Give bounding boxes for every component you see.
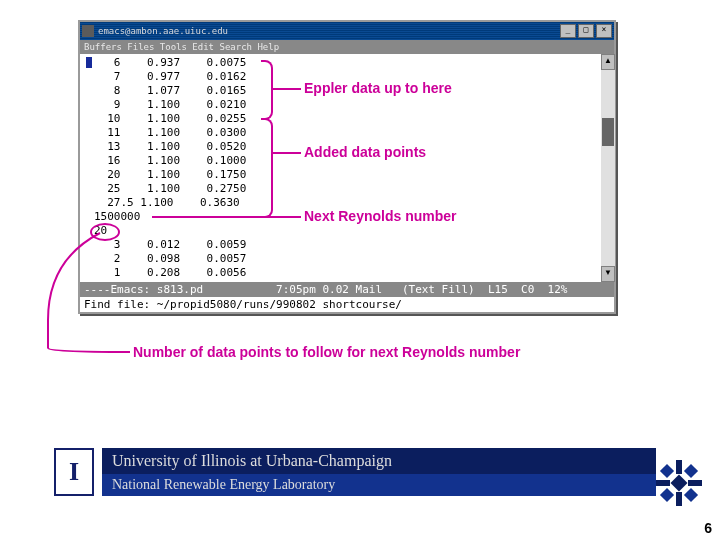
close-button[interactable]: × bbox=[596, 24, 612, 38]
annotation-count: Number of data points to follow for next… bbox=[133, 344, 520, 360]
annotation-added: Added data points bbox=[304, 144, 426, 160]
svg-rect-1 bbox=[676, 492, 682, 506]
minimize-button[interactable]: _ bbox=[560, 24, 576, 38]
emacs-minibuffer[interactable]: Find file: ~/propid5080/runs/990802 shor… bbox=[80, 297, 614, 312]
window-titlebar: emacs@ambon.aae.uiuc.edu _ □ × bbox=[80, 22, 614, 40]
nrel-icon bbox=[656, 460, 702, 506]
svg-rect-6 bbox=[660, 488, 674, 502]
leader-added bbox=[273, 152, 301, 154]
svg-rect-5 bbox=[684, 464, 698, 478]
leader-eppler bbox=[273, 88, 301, 90]
brace-eppler bbox=[261, 60, 273, 120]
sysmenu-icon[interactable] bbox=[82, 25, 94, 37]
leader-reynolds bbox=[152, 216, 301, 218]
svg-rect-8 bbox=[671, 475, 688, 492]
scroll-down-button[interactable]: ▼ bbox=[601, 266, 615, 282]
annotation-eppler: Eppler data up to here bbox=[304, 80, 452, 96]
emacs-modeline: ----Emacs: s813.pd 7:05pm 0.02 Mail (Tex… bbox=[80, 282, 614, 297]
window-title: emacs@ambon.aae.uiuc.edu bbox=[98, 26, 558, 36]
brace-added bbox=[261, 118, 273, 218]
svg-rect-7 bbox=[684, 488, 698, 502]
uiuc-logo: I bbox=[54, 448, 94, 496]
emacs-window: emacs@ambon.aae.uiuc.edu _ □ × Buffers F… bbox=[78, 20, 616, 314]
emacs-menubar[interactable]: Buffers Files Tools Edit Search Help bbox=[80, 40, 614, 54]
footer-uiuc: University of Illinois at Urbana-Champai… bbox=[102, 448, 656, 474]
svg-rect-0 bbox=[676, 460, 682, 474]
scroll-up-button[interactable]: ▲ bbox=[601, 54, 615, 70]
annotation-reynolds: Next Reynolds number bbox=[304, 208, 456, 224]
scroll-track[interactable] bbox=[601, 70, 615, 266]
page-number: 6 bbox=[704, 520, 712, 536]
svg-rect-3 bbox=[688, 480, 702, 486]
svg-rect-2 bbox=[656, 480, 670, 486]
svg-rect-4 bbox=[660, 464, 674, 478]
editor-cursor bbox=[86, 57, 92, 68]
footer-nrel: National Renewable Energy Laboratory bbox=[102, 474, 656, 496]
maximize-button[interactable]: □ bbox=[578, 24, 594, 38]
scroll-thumb[interactable] bbox=[602, 118, 614, 146]
footer-banner: I University of Illinois at Urbana-Champ… bbox=[54, 448, 656, 496]
editor-scrollbar[interactable]: ▲ ▼ bbox=[601, 54, 615, 282]
